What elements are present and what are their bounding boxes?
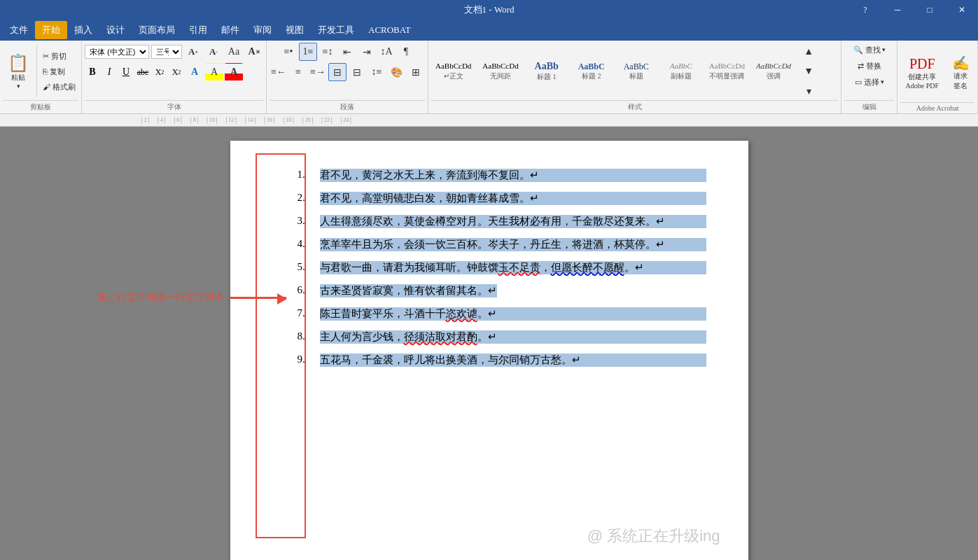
align-center-button[interactable]: ≡	[289, 63, 307, 81]
select-button[interactable]: ▭ 选择 ▾	[852, 75, 887, 89]
style-no-spacing-preview: AaBbCcDd	[482, 62, 518, 71]
style-normal[interactable]: AaBbCcDd ↵正文	[431, 60, 475, 82]
style-subtle-em[interactable]: AaBbCcDd 不明显强调	[705, 60, 749, 82]
style-subtitle-preview: AaBbC	[670, 62, 692, 71]
list-item: 4. 烹羊宰牛且为乐，会须一饮三百杯。岑夫子，丹丘生，将进酒，杯莫停。↵	[298, 238, 706, 251]
list-num: 2.	[298, 192, 314, 205]
list-item: 6. 古来圣贤皆寂寞，惟有饮者留其名。↵	[298, 284, 706, 298]
sign-request-label2: 签名	[953, 81, 967, 91]
list-num: 3.	[298, 215, 314, 228]
style-h1[interactable]: AaBb 标题 1	[526, 59, 568, 84]
font-name-select[interactable]: 宋体 (中文正)	[85, 45, 149, 59]
styles-more[interactable]: ▾	[799, 82, 818, 100]
replace-label: 替换	[866, 61, 881, 71]
minimize-button[interactable]: ─	[881, 0, 914, 20]
sign-request-icon: ✍	[952, 55, 970, 71]
borders-button[interactable]: ⊞	[407, 63, 425, 81]
style-h2[interactable]: AaBbC 标题 2	[571, 60, 613, 83]
underline-button[interactable]: U	[118, 64, 134, 80]
create-pdf-label2: Adobe PDF	[905, 82, 939, 90]
menu-item-review[interactable]: 审阅	[246, 21, 279, 39]
title-bar-controls: ? ─ □ ✕	[849, 0, 978, 20]
decrease-indent-button[interactable]: ⇤	[338, 43, 356, 61]
app-title: 文档1 - Word	[464, 4, 515, 16]
style-em[interactable]: AaBbCcDd 强调	[752, 60, 795, 82]
distributed-button[interactable]: ⊟	[348, 63, 366, 81]
cut-button[interactable]: ✂ 剪切	[40, 49, 78, 63]
line-spacing-button[interactable]: ↕≡	[368, 63, 386, 81]
clipboard-sub-buttons: ✂ 剪切 ⎘ 复制 🖌 格式刷	[40, 49, 78, 94]
style-subtle-em-label: 不明显强调	[709, 71, 744, 81]
menu-item-insert[interactable]: 插入	[67, 21, 99, 39]
align-right-button[interactable]: ≡→	[309, 63, 327, 81]
strikethrough-button[interactable]: abc	[135, 64, 151, 80]
styles-scroll-down[interactable]: ▼	[799, 62, 818, 80]
ribbon-row: 📋 粘贴 ▾ ✂ 剪切 ⎘ 复制 🖌 格式刷	[0, 41, 978, 114]
subscript-button[interactable]: X2	[152, 64, 167, 80]
align-left-button[interactable]: ≡←	[270, 63, 288, 81]
menu-item-mail[interactable]: 邮件	[214, 21, 246, 39]
find-button[interactable]: 🔍 查找 ▾	[851, 43, 888, 57]
create-pdf-button[interactable]: PDF 创建共享 Adobe PDF	[900, 52, 944, 93]
help-button[interactable]: ?	[849, 0, 881, 20]
acrobat-group-content: PDF 创建共享 Adobe PDF ✍ 请求 签名	[900, 43, 974, 102]
document-page: 第二行文字与第一行文字对齐 1. 君不见，黄河之水天上来，奔流到海不复回。↵ 2…	[230, 141, 748, 560]
bullets-button[interactable]: ≡•	[279, 43, 298, 61]
style-title[interactable]: AaBbC 标题	[615, 60, 657, 83]
font-size-select[interactable]: 三号	[151, 45, 182, 59]
font-row1: 宋体 (中文正) 三号 A+ A- Aa A✕	[85, 43, 263, 61]
bold-button[interactable]: B	[85, 64, 100, 80]
select-label: 选择	[864, 77, 879, 88]
change-case-button[interactable]: Aa	[225, 43, 243, 61]
menu-item-design[interactable]: 设计	[99, 21, 132, 39]
text-effect-button[interactable]: A	[186, 63, 204, 81]
paste-label: 粘贴	[11, 73, 25, 83]
superscript-button[interactable]: X2	[169, 64, 184, 80]
show-marks-button[interactable]: ¶	[397, 43, 415, 61]
format-painter-button[interactable]: 🖌 格式刷	[40, 80, 78, 94]
style-title-preview: AaBbC	[624, 62, 649, 71]
copy-button[interactable]: ⎘ 复制	[40, 64, 78, 78]
paste-icon: 📋	[8, 53, 29, 73]
maximize-button[interactable]: □	[914, 0, 946, 20]
styles-group-content: AaBbCcDd ↵正文 AaBbCcDd 无间距 AaBb 标题 1 AaBb…	[431, 43, 838, 100]
menu-item-developer[interactable]: 开发工具	[311, 21, 361, 39]
shading-button[interactable]: 🎨	[387, 63, 405, 81]
format-painter-label: 格式刷	[53, 82, 76, 92]
acrobat-group: PDF 创建共享 Adobe PDF ✍ 请求 签名 Adobe Acrobat	[897, 41, 978, 113]
justify-button[interactable]: ⊟	[328, 63, 347, 81]
paste-button[interactable]: 📋 粘贴 ▾	[3, 51, 34, 92]
font-color-button[interactable]: A	[225, 63, 243, 81]
menu-item-references[interactable]: 引用	[182, 21, 214, 39]
find-dropdown[interactable]: ▾	[882, 46, 886, 53]
paragraph-group: ≡• 1≡ ≡↕ ⇤ ⇥ ↕A ¶ ≡← ≡ ≡→ ⊟ ⊟ ↕≡ 🎨 ⊞	[267, 41, 428, 113]
increase-indent-button[interactable]: ⇥	[358, 43, 376, 61]
style-em-preview: AaBbCcDd	[756, 62, 791, 71]
decrease-font-button[interactable]: A-	[204, 43, 223, 61]
paragraph-group-content: ≡• 1≡ ≡↕ ⇤ ⇥ ↕A ¶ ≡← ≡ ≡→ ⊟ ⊟ ↕≡ 🎨 ⊞	[270, 43, 425, 100]
menu-item-home[interactable]: 开始	[35, 21, 67, 39]
paste-dropdown[interactable]: ▾	[17, 83, 20, 90]
style-no-spacing[interactable]: AaBbCcDd 无间距	[478, 60, 522, 82]
italic-button[interactable]: I	[102, 64, 117, 80]
menu-item-acrobat[interactable]: ACROBAT	[361, 22, 418, 38]
copy-label: 复制	[50, 66, 65, 77]
close-button[interactable]: ✕	[946, 0, 978, 20]
menu-item-layout[interactable]: 页面布局	[132, 21, 182, 39]
sign-request-button[interactable]: ✍ 请求 签名	[946, 52, 974, 93]
increase-font-button[interactable]: A+	[184, 43, 202, 61]
style-subtitle[interactable]: AaBbC 副标题	[660, 60, 702, 82]
styles-label: 样式	[431, 100, 838, 112]
menu-item-file[interactable]: 文件	[3, 21, 35, 39]
sort-button[interactable]: ↕A	[377, 43, 396, 61]
font-group: 宋体 (中文正) 三号 A+ A- Aa A✕ B I U abc X2	[82, 41, 267, 113]
select-dropdown[interactable]: ▾	[881, 78, 884, 85]
list-item: 5. 与君歌一曲，请君为我倾耳听。钟鼓馔玉不足贵，但愿长醉不愿醒。↵	[298, 261, 706, 274]
clear-format-button[interactable]: A✕	[245, 43, 263, 61]
menu-item-view[interactable]: 视图	[279, 21, 311, 39]
numbering-button[interactable]: 1≡	[299, 43, 317, 61]
multilevel-list-button[interactable]: ≡↕	[319, 43, 337, 61]
highlight-button[interactable]: A	[205, 63, 223, 81]
styles-scroll-up[interactable]: ▲	[799, 43, 818, 61]
replace-button[interactable]: ⇄ 替换	[855, 59, 884, 73]
